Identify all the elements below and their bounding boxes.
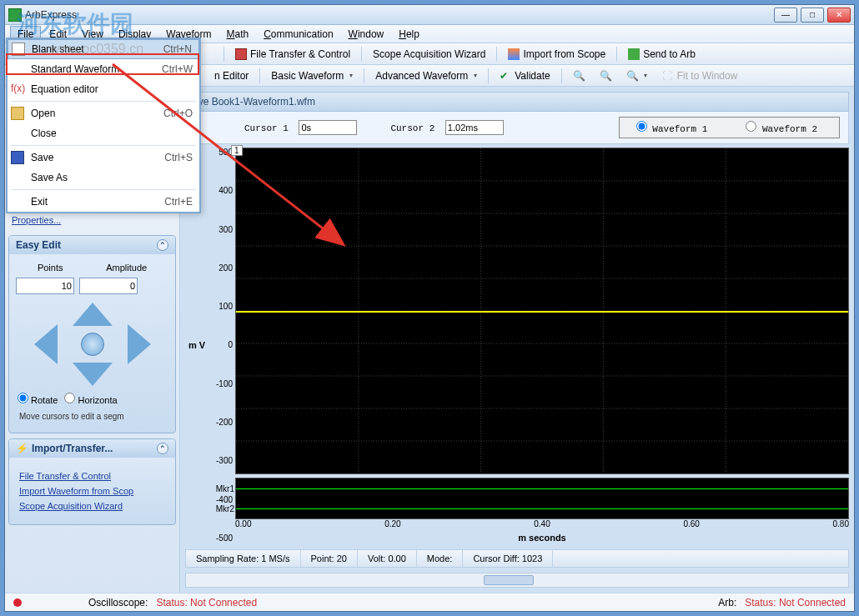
mkr1-label: Mkr1 xyxy=(206,484,234,493)
check-icon: ✔ xyxy=(500,70,511,82)
equation-editor-button[interactable]: n Editor xyxy=(208,68,254,84)
fm-save-as[interactable]: Save As xyxy=(8,168,199,188)
file-menu-dropdown: Blank sheetCtrl+N Standard WaveformCtrl+… xyxy=(6,38,201,213)
points-input[interactable] xyxy=(16,278,74,294)
volt-value: Volt: 0.00 xyxy=(358,550,417,567)
arb-status: Status: Not Connected xyxy=(745,597,846,608)
dpad-up-button[interactable] xyxy=(73,303,113,326)
import-panel-title: Import/Transfer... xyxy=(32,443,113,454)
marker-plot[interactable]: Mkr1 Mkr2 xyxy=(235,478,849,519)
menu-help[interactable]: Help xyxy=(392,27,426,42)
basic-waveform-dropdown[interactable]: Basic Waveform xyxy=(265,68,359,84)
import-transfer-panel: ⚡Import/Transfer... ⌃ File Transfer & Co… xyxy=(8,438,176,525)
horizontal-radio[interactable]: Horizonta xyxy=(64,393,117,405)
cursor1-label: Cursor 1 xyxy=(244,123,289,133)
cursor2-label: Cursor 2 xyxy=(390,123,435,133)
waveform-trace xyxy=(236,311,848,313)
mkr2-label: Mkr2 xyxy=(206,504,234,513)
zoom-icon: 🔍 xyxy=(626,70,638,82)
menu-window[interactable]: Window xyxy=(342,27,391,42)
scrollbar-thumb[interactable] xyxy=(484,575,534,585)
statusbar: Oscilloscope: Status: Not Connected Arb:… xyxy=(5,593,854,611)
fm-standard-waveform[interactable]: Standard WaveformCtrl+W xyxy=(8,59,199,79)
file-transfer-button[interactable]: File Transfer & Control xyxy=(229,46,356,63)
fm-open[interactable]: OpenCtrl+O xyxy=(8,103,199,123)
save-icon xyxy=(11,151,24,164)
open-icon xyxy=(11,107,24,120)
new-file-icon xyxy=(12,43,25,56)
horizontal-scrollbar[interactable] xyxy=(185,573,849,588)
dpad-right-button[interactable] xyxy=(128,324,151,364)
waveform1-radio[interactable]: Waveform 1 xyxy=(636,121,708,134)
info-bar: Sampling Rate: 1 MS/s Point: 20 Volt: 0.… xyxy=(185,549,849,568)
send-arb-button[interactable]: Send to Arb xyxy=(622,46,701,63)
fm-exit[interactable]: ExitCtrl+E xyxy=(8,192,199,212)
easy-edit-title: Easy Edit xyxy=(16,239,61,251)
dpad-left-button[interactable] xyxy=(34,324,58,364)
titlebar: ArbExpress — □ ✕ xyxy=(5,5,854,25)
waveform2-radio[interactable]: Waveform 2 xyxy=(746,121,817,134)
lightning-icon: ⚡ xyxy=(16,443,28,454)
dpad-down-button[interactable] xyxy=(73,363,113,386)
plot-canvas[interactable]: 1 xyxy=(235,148,849,474)
menu-math[interactable]: Math xyxy=(220,27,256,42)
cursor1-input[interactable] xyxy=(299,120,357,135)
arb-label: Arb: xyxy=(718,597,736,608)
edit-hint: Move cursors to edit a segm xyxy=(19,412,165,421)
direction-pad xyxy=(34,303,151,386)
import-icon xyxy=(508,48,520,60)
points-label: Points xyxy=(38,263,63,273)
cursor2-input[interactable] xyxy=(445,120,504,135)
cursor-diff: Cursor Diff: 1023 xyxy=(463,550,553,567)
fit-icon: ⛶ xyxy=(662,70,674,82)
menu-communication[interactable]: Communication xyxy=(257,27,339,42)
file-transfer-link[interactable]: File Transfer & Control xyxy=(19,471,165,481)
cursor-bar: Cursor 1 Cursor 2 Waveform 1 Waveform 2 xyxy=(185,112,849,144)
amplitude-input[interactable] xyxy=(79,278,138,294)
send-icon xyxy=(628,48,640,60)
osc-status: Status: Not Connected xyxy=(156,597,257,608)
properties-link[interactable]: Properties... xyxy=(12,215,173,225)
osc-status-icon xyxy=(13,598,22,607)
fm-equation-editor[interactable]: f(x) Equation editor xyxy=(8,79,199,99)
window-title: ArbExpress xyxy=(25,9,774,21)
document-title: ave Book1-Waveform1.wfm xyxy=(185,92,849,112)
transfer-icon xyxy=(235,48,247,60)
osc-label: Oscilloscope: xyxy=(88,597,148,608)
fm-blank-sheet[interactable]: Blank sheetCtrl+N xyxy=(8,39,199,59)
main-area: ave Book1-Waveform1.wfm Cursor 1 Cursor … xyxy=(180,87,854,593)
advanced-waveform-dropdown[interactable]: Advanced Waveform xyxy=(369,68,483,84)
collapse-icon: ⌃ xyxy=(157,239,168,251)
rotate-radio[interactable]: Rotate xyxy=(18,393,58,405)
zoom-in-button[interactable]: 🔍 xyxy=(567,68,590,84)
fm-save[interactable]: SaveCtrl+S xyxy=(8,148,199,168)
zoom-dropdown[interactable]: 🔍 xyxy=(620,68,653,84)
zoom-in-icon: 🔍 xyxy=(573,70,585,82)
amplitude-label: Amplitude xyxy=(106,263,147,273)
point-count: Point: 20 xyxy=(301,550,358,567)
zoom-out-icon: 🔍 xyxy=(600,70,611,82)
mode-value: Mode: xyxy=(417,550,464,567)
dpad-center-button[interactable] xyxy=(81,333,104,356)
x-axis-ticks: 0.000.200.400.600.80 xyxy=(235,519,849,531)
import-waveform-link[interactable]: Import Waveform from Scop xyxy=(19,486,165,496)
fit-window-button[interactable]: ⛶Fit to Window xyxy=(656,68,744,84)
equation-icon: f(x) xyxy=(11,83,24,96)
close-button[interactable]: ✕ xyxy=(827,8,851,23)
collapse-icon: ⌃ xyxy=(157,443,168,454)
x-axis-label: m seconds xyxy=(235,533,849,543)
scope-wizard-link[interactable]: Scope Acquisition Wizard xyxy=(19,501,165,511)
fm-close[interactable]: Close xyxy=(8,123,199,143)
validate-button[interactable]: ✔Validate xyxy=(494,68,555,84)
app-icon xyxy=(8,8,22,22)
easy-edit-header[interactable]: Easy Edit ⌃ xyxy=(9,236,175,254)
maximize-button[interactable]: □ xyxy=(801,8,824,23)
import-scope-button[interactable]: Import from Scope xyxy=(502,46,611,63)
sampling-rate: Sampling Rate: 1 MS/s xyxy=(186,550,301,567)
zoom-out-button[interactable]: 🔍 xyxy=(594,68,617,84)
waveform-plot: m V 5004003002001000-100-200-300-400-500… xyxy=(185,148,849,543)
easy-edit-panel: Easy Edit ⌃ Points Amplitude xyxy=(8,235,176,433)
import-transfer-header[interactable]: ⚡Import/Transfer... ⌃ xyxy=(9,439,175,458)
minimize-button[interactable]: — xyxy=(774,8,797,23)
scope-wizard-button[interactable]: Scope Acquisition Wizard xyxy=(367,46,491,63)
